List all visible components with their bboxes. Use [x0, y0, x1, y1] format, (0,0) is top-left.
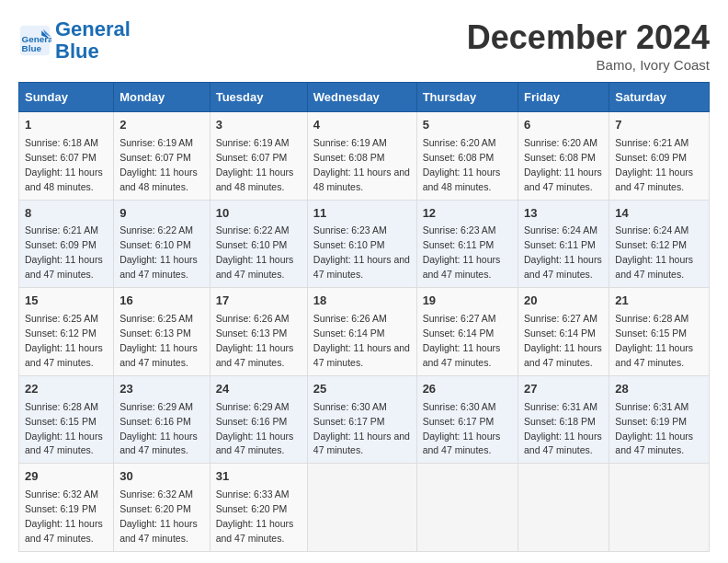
day-number: 29: [25, 468, 108, 486]
calendar-cell: 1 Sunrise: 6:18 AMSunset: 6:07 PMDayligh…: [19, 112, 114, 201]
day-number: 8: [25, 205, 108, 223]
day-number: 25: [313, 381, 411, 398]
logo: General Blue General Blue: [18, 18, 131, 63]
calendar-cell: 21 Sunrise: 6:28 AMSunset: 6:15 PMDaylig…: [609, 288, 710, 376]
day-number: 21: [615, 293, 703, 310]
cell-info: Sunrise: 6:19 AMSunset: 6:07 PMDaylight:…: [216, 137, 294, 192]
day-number: 26: [423, 381, 512, 398]
logo-blue: Blue: [55, 40, 99, 63]
calendar-week-1: 1 Sunrise: 6:18 AMSunset: 6:07 PMDayligh…: [19, 112, 710, 201]
title-area: December 2024 Bamo, Ivory Coast: [467, 18, 710, 73]
header-sunday: Sunday: [19, 83, 114, 112]
cell-info: Sunrise: 6:29 AMSunset: 6:16 PMDaylight:…: [216, 401, 294, 456]
cell-info: Sunrise: 6:28 AMSunset: 6:15 PMDaylight:…: [615, 313, 693, 368]
cell-info: Sunrise: 6:24 AMSunset: 6:12 PMDaylight:…: [615, 224, 693, 280]
page-header: General Blue General Blue December 2024 …: [18, 18, 710, 73]
cell-info: Sunrise: 6:30 AMSunset: 6:17 PMDaylight:…: [423, 401, 501, 456]
day-number: 14: [615, 205, 703, 223]
cell-info: Sunrise: 6:33 AMSunset: 6:20 PMDaylight:…: [216, 488, 294, 544]
calendar-cell: 9 Sunrise: 6:22 AMSunset: 6:10 PMDayligh…: [114, 200, 210, 288]
cell-info: Sunrise: 6:32 AMSunset: 6:20 PMDaylight:…: [119, 488, 198, 544]
cell-info: Sunrise: 6:22 AMSunset: 6:10 PMDaylight:…: [119, 224, 198, 280]
day-number: 11: [313, 205, 411, 223]
cell-info: Sunrise: 6:27 AMSunset: 6:14 PMDaylight:…: [423, 313, 501, 368]
cell-info: Sunrise: 6:26 AMSunset: 6:14 PMDaylight:…: [313, 313, 410, 368]
calendar-cell: 26 Sunrise: 6:30 AMSunset: 6:17 PMDaylig…: [416, 375, 518, 464]
calendar-cell: [307, 464, 416, 552]
calendar-cell: 25 Sunrise: 6:30 AMSunset: 6:17 PMDaylig…: [307, 375, 416, 464]
day-number: 6: [524, 117, 603, 134]
day-number: 28: [615, 381, 703, 398]
cell-info: Sunrise: 6:20 AMSunset: 6:08 PMDaylight:…: [423, 137, 501, 192]
calendar-cell: 30 Sunrise: 6:32 AMSunset: 6:20 PMDaylig…: [114, 464, 210, 552]
logo-icon: General Blue: [18, 24, 51, 57]
day-number: 3: [216, 117, 301, 134]
calendar-cell: 19 Sunrise: 6:27 AMSunset: 6:14 PMDaylig…: [416, 288, 518, 376]
calendar-cell: 5 Sunrise: 6:20 AMSunset: 6:08 PMDayligh…: [416, 112, 518, 201]
cell-info: Sunrise: 6:21 AMSunset: 6:09 PMDaylight:…: [615, 137, 693, 192]
calendar-week-4: 22 Sunrise: 6:28 AMSunset: 6:15 PMDaylig…: [19, 375, 710, 464]
logo-general: General: [55, 17, 131, 40]
calendar-cell: 16 Sunrise: 6:25 AMSunset: 6:13 PMDaylig…: [114, 288, 210, 376]
cell-info: Sunrise: 6:20 AMSunset: 6:08 PMDaylight:…: [524, 137, 602, 192]
cell-info: Sunrise: 6:29 AMSunset: 6:16 PMDaylight:…: [119, 401, 198, 456]
calendar-cell: 6 Sunrise: 6:20 AMSunset: 6:08 PMDayligh…: [518, 112, 609, 201]
cell-info: Sunrise: 6:21 AMSunset: 6:09 PMDaylight:…: [25, 224, 103, 280]
calendar-cell: 29 Sunrise: 6:32 AMSunset: 6:19 PMDaylig…: [19, 464, 114, 552]
calendar-cell: [416, 464, 518, 552]
calendar-cell: 10 Sunrise: 6:22 AMSunset: 6:10 PMDaylig…: [210, 200, 307, 288]
calendar-week-2: 8 Sunrise: 6:21 AMSunset: 6:09 PMDayligh…: [19, 200, 710, 288]
calendar-header-row: SundayMondayTuesdayWednesdayThursdayFrid…: [19, 83, 710, 112]
calendar-cell: 4 Sunrise: 6:19 AMSunset: 6:08 PMDayligh…: [307, 112, 416, 201]
calendar-cell: 23 Sunrise: 6:29 AMSunset: 6:16 PMDaylig…: [114, 375, 210, 464]
cell-info: Sunrise: 6:25 AMSunset: 6:12 PMDaylight:…: [25, 313, 103, 368]
calendar-cell: 7 Sunrise: 6:21 AMSunset: 6:09 PMDayligh…: [609, 112, 710, 201]
calendar-cell: 13 Sunrise: 6:24 AMSunset: 6:11 PMDaylig…: [518, 200, 609, 288]
cell-info: Sunrise: 6:18 AMSunset: 6:07 PMDaylight:…: [25, 137, 103, 192]
day-number: 10: [216, 205, 301, 223]
day-number: 9: [119, 205, 204, 223]
day-number: 2: [119, 117, 204, 134]
day-number: 15: [25, 293, 108, 310]
day-number: 17: [216, 293, 301, 310]
day-number: 16: [119, 293, 204, 310]
day-number: 5: [423, 117, 512, 134]
calendar-cell: 27 Sunrise: 6:31 AMSunset: 6:18 PMDaylig…: [518, 375, 609, 464]
cell-info: Sunrise: 6:19 AMSunset: 6:07 PMDaylight:…: [119, 137, 198, 192]
cell-info: Sunrise: 6:31 AMSunset: 6:19 PMDaylight:…: [615, 401, 693, 456]
calendar-cell: [518, 464, 609, 552]
calendar-cell: 17 Sunrise: 6:26 AMSunset: 6:13 PMDaylig…: [210, 288, 307, 376]
cell-info: Sunrise: 6:23 AMSunset: 6:11 PMDaylight:…: [423, 224, 501, 280]
calendar-cell: 15 Sunrise: 6:25 AMSunset: 6:12 PMDaylig…: [19, 288, 114, 376]
calendar-cell: 8 Sunrise: 6:21 AMSunset: 6:09 PMDayligh…: [19, 200, 114, 288]
calendar-cell: 22 Sunrise: 6:28 AMSunset: 6:15 PMDaylig…: [19, 375, 114, 464]
calendar-cell: [609, 464, 710, 552]
cell-info: Sunrise: 6:32 AMSunset: 6:19 PMDaylight:…: [25, 488, 103, 544]
day-number: 27: [524, 381, 603, 398]
day-number: 31: [216, 468, 301, 486]
calendar-table: SundayMondayTuesdayWednesdayThursdayFrid…: [18, 82, 710, 552]
day-number: 18: [313, 293, 411, 310]
cell-info: Sunrise: 6:27 AMSunset: 6:14 PMDaylight:…: [524, 313, 602, 368]
calendar-cell: 14 Sunrise: 6:24 AMSunset: 6:12 PMDaylig…: [609, 200, 710, 288]
calendar-cell: 31 Sunrise: 6:33 AMSunset: 6:20 PMDaylig…: [210, 464, 307, 552]
cell-info: Sunrise: 6:26 AMSunset: 6:13 PMDaylight:…: [216, 313, 294, 368]
month-title: December 2024: [467, 18, 710, 57]
day-number: 24: [216, 381, 301, 398]
calendar-cell: 24 Sunrise: 6:29 AMSunset: 6:16 PMDaylig…: [210, 375, 307, 464]
cell-info: Sunrise: 6:19 AMSunset: 6:08 PMDaylight:…: [313, 137, 410, 192]
header-tuesday: Tuesday: [210, 83, 307, 112]
day-number: 19: [423, 293, 512, 310]
calendar-cell: 28 Sunrise: 6:31 AMSunset: 6:19 PMDaylig…: [609, 375, 710, 464]
day-number: 13: [524, 205, 603, 223]
header-monday: Monday: [114, 83, 210, 112]
calendar-cell: 2 Sunrise: 6:19 AMSunset: 6:07 PMDayligh…: [114, 112, 210, 201]
calendar-cell: 3 Sunrise: 6:19 AMSunset: 6:07 PMDayligh…: [210, 112, 307, 201]
header-wednesday: Wednesday: [307, 83, 416, 112]
day-number: 7: [615, 117, 703, 134]
calendar-cell: 11 Sunrise: 6:23 AMSunset: 6:10 PMDaylig…: [307, 200, 416, 288]
day-number: 12: [423, 205, 512, 223]
cell-info: Sunrise: 6:28 AMSunset: 6:15 PMDaylight:…: [25, 401, 103, 456]
day-number: 4: [313, 117, 411, 134]
cell-info: Sunrise: 6:25 AMSunset: 6:13 PMDaylight:…: [119, 313, 198, 368]
